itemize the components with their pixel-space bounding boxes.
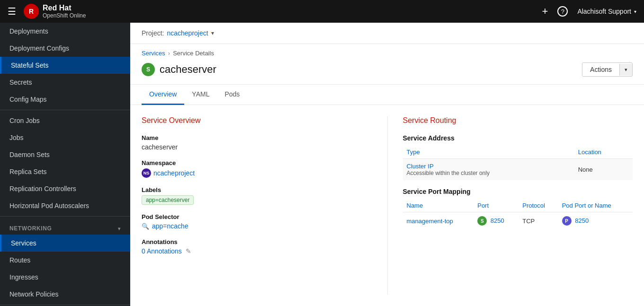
port-s-badge: S — [477, 216, 487, 226]
sidebar-item-daemon-sets[interactable]: Daemon Sets — [0, 146, 130, 163]
namespace-link[interactable]: ncacheproject — [153, 169, 195, 177]
port-table: Name Port Protocol Pod Port or Name mana… — [403, 199, 633, 229]
labels-field-value: app=cacheserver — [142, 195, 387, 205]
pod-selector-field-label: Pod Selector — [142, 213, 387, 220]
tab-yaml[interactable]: YAML — [184, 85, 217, 105]
sidebar-item-replica-sets[interactable]: Replica Sets — [0, 163, 130, 180]
sidebar-item-cron-jobs[interactable]: Cron Jobs — [0, 112, 130, 129]
port-name-cell: management-top — [403, 212, 474, 230]
sidebar-item-label: Ingresses — [9, 273, 38, 281]
location-col-header: Location — [574, 146, 633, 159]
add-button[interactable]: + — [542, 5, 548, 17]
tab-yaml-label: YAML — [192, 90, 209, 98]
namespace-badge: NS ncacheproject — [142, 168, 195, 178]
cluster-ip-link[interactable]: Cluster IP — [407, 163, 434, 170]
port-port-col-header: Port — [474, 199, 519, 212]
sidebar-item-label: Replication Controllers — [9, 185, 76, 192]
service-icon-badge: S — [142, 63, 155, 76]
breadcrumb: Services › Service Details — [130, 44, 644, 59]
breadcrumb-parent-link[interactable]: Services — [142, 50, 165, 57]
pod-selector-search-icon: 🔍 — [142, 223, 149, 230]
annotations-field-value: 0 Annotations ✎ — [142, 247, 387, 255]
accessible-note: Accessible within the cluster only — [407, 170, 571, 176]
project-bar: Project: ncacheproject ▾ — [130, 23, 644, 44]
sidebar-item-deployment-configs[interactable]: Deployment Configs — [0, 40, 130, 57]
user-menu[interactable]: Alachisoft Support ▾ — [577, 8, 636, 15]
top-navigation: ☰ R Red Hat OpenShift Online + ? Alachis… — [0, 0, 644, 23]
pod-selector-field-value: 🔍 app=ncache — [142, 222, 387, 230]
sidebar-item-label: Secrets — [9, 79, 32, 86]
sidebar-item-label: Services — [11, 239, 36, 247]
actions-button[interactable]: Actions ▾ — [582, 62, 633, 77]
user-name: Alachisoft Support — [577, 8, 631, 15]
breadcrumb-current: Service Details — [173, 50, 214, 57]
service-overview-title: Service Overview — [142, 116, 387, 125]
pod-port-link[interactable]: 8250 — [575, 217, 589, 224]
port-value-link[interactable]: 8250 — [491, 217, 504, 224]
namespace-field-value: NS ncacheproject — [142, 168, 387, 178]
sidebar-item-config-maps[interactable]: Config Maps — [0, 91, 130, 108]
page-header-left: S cacheserver — [142, 63, 216, 76]
brand-top: Red Hat — [43, 3, 86, 12]
sidebar-item-label: Daemon Sets — [9, 151, 50, 158]
sidebar-item-label: Deployment Configs — [9, 44, 69, 52]
label-tag[interactable]: app=cacheserver — [142, 195, 194, 205]
pod-selector-row: 🔍 app=ncache — [142, 222, 387, 230]
port-name-col-header: Name — [403, 199, 474, 212]
hamburger-menu-button[interactable]: ☰ — [8, 6, 16, 17]
sidebar-divider-3 — [0, 305, 130, 305]
sidebar-item-jobs[interactable]: Jobs — [0, 129, 130, 146]
svg-text:R: R — [29, 8, 34, 15]
sidebar-networking-section[interactable]: Networking ▾ — [0, 219, 130, 235]
sidebar-item-label: Config Maps — [9, 96, 47, 103]
sidebar-item-label: Cron Jobs — [9, 117, 40, 124]
sidebar-item-stateful-sets[interactable]: Stateful Sets — [0, 57, 130, 74]
page-header: S cacheserver Actions ▾ — [130, 59, 644, 85]
annotations-link[interactable]: 0 Annotations — [142, 247, 182, 255]
port-pod-col-header: Pod Port or Name — [558, 199, 633, 212]
edit-icon[interactable]: ✎ — [186, 247, 191, 255]
sidebar-item-replication-controllers[interactable]: Replication Controllers — [0, 180, 130, 197]
sidebar-item-services[interactable]: Services — [0, 235, 130, 252]
plus-icon: + — [542, 5, 548, 17]
redhat-logo-icon: R — [24, 4, 39, 19]
project-label: Project: — [142, 29, 164, 37]
sidebar-item-hpa[interactable]: Horizontal Pod Autoscalers — [0, 197, 130, 214]
port-port-cell: S 8250 — [474, 212, 519, 230]
tab-pods-label: Pods — [224, 90, 240, 98]
pod-p-badge: P — [562, 216, 572, 226]
sidebar-item-secrets[interactable]: Secrets — [0, 74, 130, 91]
breadcrumb-separator: › — [168, 50, 170, 57]
sidebar-item-label: Stateful Sets — [11, 61, 48, 69]
sidebar-divider — [0, 110, 130, 110]
sidebar-divider-2 — [0, 216, 130, 217]
namespace-field-label: Namespace — [142, 159, 387, 166]
sidebar-item-routes[interactable]: Routes — [0, 252, 130, 269]
namespace-icon: NS — [142, 168, 151, 178]
sidebar: Deployments Deployment Configs Stateful … — [0, 23, 130, 306]
actions-caret-icon: ▾ — [619, 64, 632, 76]
page-title: cacheserver — [160, 63, 216, 76]
tab-pods[interactable]: Pods — [217, 85, 247, 105]
location-cell: None — [574, 159, 633, 181]
sidebar-item-label: Routes — [9, 256, 30, 264]
brand-bottom: OpenShift Online — [43, 12, 86, 19]
address-table-row: Cluster IP Accessible within the cluster… — [403, 159, 633, 181]
port-name-link[interactable]: management-top — [407, 218, 453, 225]
sidebar-item-ingresses[interactable]: Ingresses — [0, 269, 130, 286]
name-field-value: cacheserver — [142, 143, 387, 151]
sidebar-item-network-policies[interactable]: Network Policies — [0, 286, 130, 303]
port-mapping-label: Service Port Mapping — [403, 188, 633, 195]
tab-overview[interactable]: Overview — [142, 85, 184, 105]
project-caret-icon[interactable]: ▾ — [211, 30, 214, 36]
sidebar-item-label: Network Policies — [9, 290, 58, 298]
service-icon-letter: S — [146, 66, 150, 73]
sidebar-item-deployments[interactable]: Deployments — [0, 23, 130, 40]
sidebar-networking-caret-icon: ▾ — [118, 226, 121, 231]
pod-selector-link[interactable]: app=ncache — [152, 222, 188, 230]
sidebar-item-label: Horizontal Pod Autoscalers — [9, 202, 89, 210]
project-name[interactable]: ncacheproject — [167, 29, 208, 37]
help-button[interactable]: ? — [557, 6, 568, 17]
port-protocol-cell: TCP — [519, 212, 558, 230]
brand-logo: R Red Hat OpenShift Online — [24, 3, 86, 19]
